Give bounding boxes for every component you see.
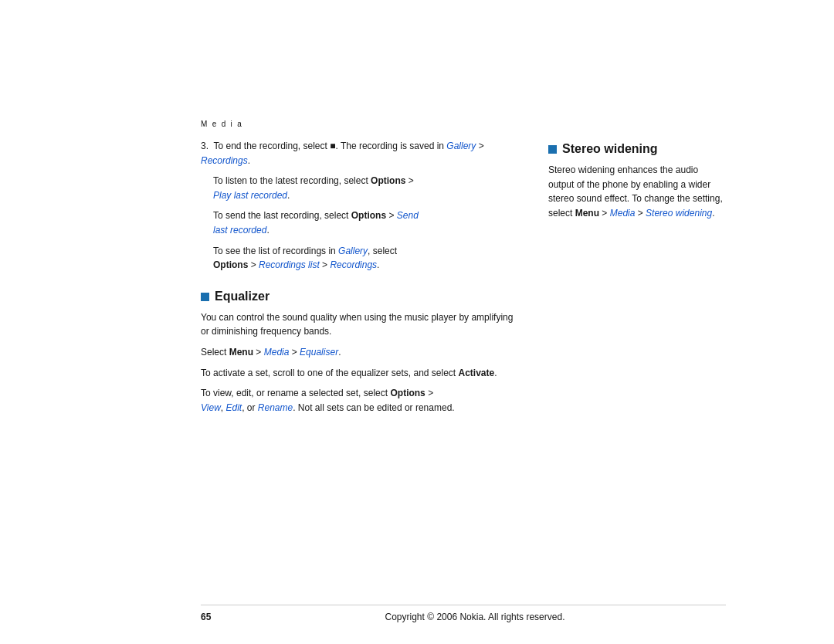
edit-link[interactable]: Edit — [225, 402, 242, 413]
content-area: M e d i a 3. To end the recording, selec… — [201, 120, 726, 582]
stereo-widening-link[interactable]: Stereo widening — [646, 208, 712, 219]
equalizer-section: Equalizer You can control the sound qual… — [201, 290, 517, 415]
stereo-heading-text: Stereo widening — [562, 142, 658, 156]
equalizer-para4: To view, edit, or rename a selected set,… — [201, 386, 517, 415]
copyright-text: Copyright © 2006 Nokia. All rights reser… — [224, 612, 726, 622]
section-label: M e d i a — [201, 120, 726, 128]
page: M e d i a 3. To end the recording, selec… — [0, 0, 834, 644]
media-link-stereo[interactable]: Media — [610, 208, 636, 219]
play-last-paragraph: To listen to the latest recording, selec… — [213, 174, 517, 202]
equaliser-link[interactable]: Equaliser — [300, 347, 338, 358]
two-column-layout: 3. To end the recording, select ■. The r… — [201, 139, 726, 421]
right-column: Stereo widening Stereo widening enhances… — [548, 139, 726, 421]
last-recorded-link[interactable]: last recorded — [213, 225, 266, 236]
equalizer-heading: Equalizer — [201, 290, 517, 303]
stereo-heading-square — [548, 145, 557, 154]
equalizer-para2: Select Menu > Media > Equaliser. — [201, 345, 517, 360]
rename-link[interactable]: Rename — [258, 402, 293, 413]
stereo-heading: Stereo widening — [548, 142, 726, 156]
footer: 65 Copyright © 2006 Nokia. All rights re… — [201, 605, 726, 622]
recordings-list-link[interactable]: Recordings list — [259, 259, 320, 270]
page-number: 65 — [201, 612, 224, 622]
play-last-link[interactable]: Play last recorded — [213, 190, 287, 201]
equalizer-heading-square — [201, 293, 209, 301]
equalizer-para1: You can control the sound quality when u… — [201, 310, 517, 339]
stereo-para1: Stereo widening enhances the audio outpu… — [548, 163, 726, 220]
recordings-link-1[interactable]: Recordings — [201, 155, 248, 166]
step3-paragraph: 3. To end the recording, select ■. The r… — [201, 139, 517, 168]
gallery-link-2[interactable]: Gallery — [338, 246, 368, 256]
view-link[interactable]: View — [201, 402, 221, 413]
stereo-section: Stereo widening Stereo widening enhances… — [548, 142, 726, 220]
gallery-link-1[interactable]: Gallery — [446, 141, 476, 151]
media-link-equalizer[interactable]: Media — [264, 347, 290, 358]
see-list-paragraph: To see the list of recordings in Gallery… — [213, 244, 517, 273]
equalizer-para3: To activate a set, scroll to one of the … — [201, 366, 517, 381]
left-column: 3. To end the recording, select ■. The r… — [201, 139, 517, 421]
recordings-link-2[interactable]: Recordings — [330, 259, 377, 270]
send-last-paragraph: To send the last recording, select Optio… — [213, 208, 517, 237]
equalizer-heading-text: Equalizer — [215, 290, 270, 303]
send-link[interactable]: Send — [397, 210, 419, 221]
